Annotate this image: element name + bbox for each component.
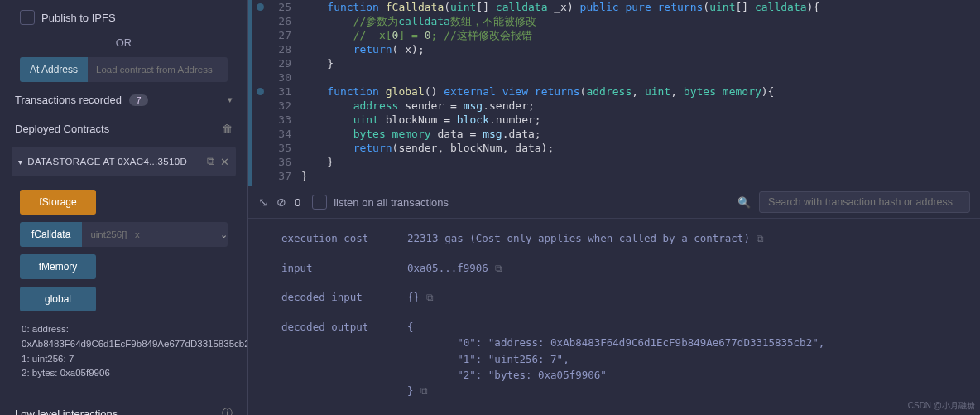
contract-instance-name: DATASTORAGE AT 0XAC4...3510D (27, 157, 187, 166)
main-panel: 25262728293031323334353637 function fCal… (248, 0, 980, 415)
at-address-button[interactable]: At Address (20, 57, 88, 82)
input-row: input 0xa05...f9906⧉ (281, 260, 955, 277)
transaction-search-input[interactable] (759, 191, 970, 213)
collapse-all-icon[interactable]: ⤡ (258, 195, 268, 209)
global-button[interactable]: global (20, 287, 96, 311)
fcalldata-input[interactable] (82, 222, 220, 247)
copy-icon[interactable]: ⧉ (757, 233, 764, 244)
console-toolbar: ⤡ ⊘ 0 listen on all transactions 🔍 (248, 186, 980, 219)
clear-icon[interactable]: ⊘ (276, 195, 286, 209)
global-result: 0: address: 0xAb8483F64d9C6d1EcF9b849Ae6… (20, 319, 228, 384)
code-area[interactable]: function fCalldata(uint[] calldata _x) p… (300, 0, 980, 186)
copy-icon[interactable]: ⧉ (207, 155, 214, 168)
transactions-count-badge: 7 (129, 94, 147, 106)
result-line-1: 1: uint256: 7 (22, 352, 226, 367)
close-icon[interactable]: ✕ (220, 156, 229, 168)
publish-ipfs-label: Publish to IPFS (41, 12, 116, 24)
fcalldata-expand-button[interactable]: ⌄ (220, 222, 228, 247)
decoded-output-row: decoded output { "0": "address: 0xAb8483… (281, 319, 955, 399)
decoded-input-label: decoded input (281, 289, 389, 305)
publish-ipfs-checkbox[interactable] (20, 10, 35, 25)
transactions-recorded-label: Transactions recorded (15, 94, 122, 106)
code-editor[interactable]: 25262728293031323334353637 function fCal… (248, 0, 980, 186)
search-icon[interactable]: 🔍 (737, 196, 751, 209)
execution-cost-label: execution cost (281, 230, 389, 246)
low-level-interactions-row[interactable]: Low level interactions ⓘ (12, 398, 236, 415)
pending-count: 0 (295, 196, 300, 209)
low-level-label: Low level interactions (15, 408, 118, 415)
trash-icon[interactable]: 🗑 (222, 123, 233, 135)
sidebar: Publish to IPFS OR At Address Transactio… (0, 0, 248, 415)
terminal-output: execution cost 22313 gas (Cost only appl… (248, 219, 980, 415)
contract-instance-header[interactable]: ▾ DATASTORAGE AT 0XAC4...3510D ⧉ ✕ (12, 147, 236, 176)
transactions-recorded-row[interactable]: Transactions recorded 7 ▾ (12, 89, 236, 111)
contract-address-input[interactable] (88, 57, 228, 82)
contract-functions: fStorage fCalldata ⌄ fMemory global 0: a… (12, 183, 236, 391)
fmemory-button[interactable]: fMemory (20, 254, 96, 279)
deployed-contracts-row: Deployed Contracts 🗑 (12, 118, 236, 140)
decoded-output-value: { "0": "address: 0xAb8483F64d9C6d1EcF9b8… (407, 321, 824, 398)
listen-all-label: listen on all transactions (334, 196, 449, 209)
copy-icon[interactable]: ⧉ (420, 385, 428, 397)
or-divider: OR (12, 35, 236, 51)
input-value: 0xa05...f9906 (407, 262, 488, 274)
decoded-input-value: {} (407, 291, 420, 303)
copy-icon[interactable]: ⧉ (495, 263, 502, 274)
fcalldata-button[interactable]: fCalldata (20, 222, 82, 247)
at-address-row: At Address (12, 57, 236, 82)
input-label: input (281, 260, 389, 276)
decoded-output-label: decoded output (281, 319, 389, 335)
caret-down-icon: ▾ (18, 157, 22, 166)
chevron-down-icon: ▾ (228, 94, 233, 105)
line-gutter: 25262728293031323334353637 (252, 0, 300, 186)
fstorage-button[interactable]: fStorage (20, 190, 96, 215)
publish-ipfs-row: Publish to IPFS (12, 7, 236, 28)
decoded-input-row: decoded input {}⧉ (281, 289, 955, 306)
result-line-2: 2: bytes: 0xa05f9906 (22, 366, 226, 381)
result-line-0: 0: address: 0xAb8483F64d9C6d1EcF9b849Ae6… (22, 322, 226, 352)
execution-cost-row: execution cost 22313 gas (Cost only appl… (281, 230, 955, 247)
listen-all-checkbox[interactable] (312, 195, 327, 210)
info-icon[interactable]: ⓘ (222, 406, 233, 415)
copy-icon[interactable]: ⧉ (426, 292, 434, 303)
deployed-contracts-label: Deployed Contracts (15, 123, 109, 135)
execution-cost-value: 22313 gas (Cost only applies when called… (407, 232, 750, 244)
watermark: CSDN @小月融糖 (908, 400, 975, 412)
